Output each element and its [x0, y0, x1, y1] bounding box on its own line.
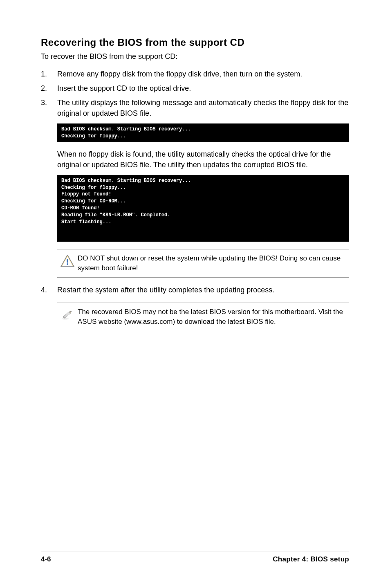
page-footer: 4-6 Chapter 4: BIOS setup — [41, 552, 349, 563]
warning-icon — [57, 254, 78, 267]
terminal-output-2: Bad BIOS checksum. Starting BIOS recover… — [57, 175, 349, 242]
step-text: Insert the support CD to the optical dri… — [57, 83, 349, 94]
paragraph-after-code1: When no floppy disk is found, the utilit… — [57, 149, 349, 170]
steps-list: 1. Remove any floppy disk from the flopp… — [41, 69, 349, 119]
pencil-icon — [57, 307, 78, 321]
svg-point-3 — [67, 263, 68, 265]
step-number: 1. — [41, 69, 57, 79]
step-text: Remove any floppy disk from the floppy d… — [57, 69, 349, 79]
step-1: 1. Remove any floppy disk from the flopp… — [41, 69, 349, 79]
steps-list-continued: 4. Restart the system after the utility … — [41, 285, 349, 295]
svg-point-10 — [62, 318, 69, 320]
intro-text: To recover the BIOS from the support CD: — [41, 52, 349, 61]
section-title: Recovering the BIOS from the support CD — [41, 37, 349, 48]
chapter-label: Chapter 4: BIOS setup — [273, 555, 349, 563]
step-number: 3. — [41, 98, 57, 108]
note-callout: The recovered BIOS may not be the latest… — [57, 303, 349, 331]
note-text: The recovered BIOS may not be the latest… — [78, 307, 349, 327]
page-number: 4-6 — [41, 555, 51, 563]
step-2: 2. Insert the support CD to the optical … — [41, 83, 349, 94]
warning-callout: DO NOT shut down or reset the system whi… — [57, 249, 349, 278]
step-text: Restart the system after the utility com… — [57, 285, 349, 295]
step-3: 3. The utility displays the following me… — [41, 98, 349, 118]
step-number: 4. — [41, 285, 57, 295]
step-number: 2. — [41, 83, 57, 94]
terminal-output-1: Bad BIOS checksum. Starting BIOS recover… — [57, 123, 349, 142]
step-4: 4. Restart the system after the utility … — [41, 285, 349, 295]
svg-rect-2 — [67, 259, 68, 263]
warning-text: DO NOT shut down or reset the system whi… — [78, 254, 349, 273]
step-text: The utility displays the following messa… — [57, 98, 349, 118]
